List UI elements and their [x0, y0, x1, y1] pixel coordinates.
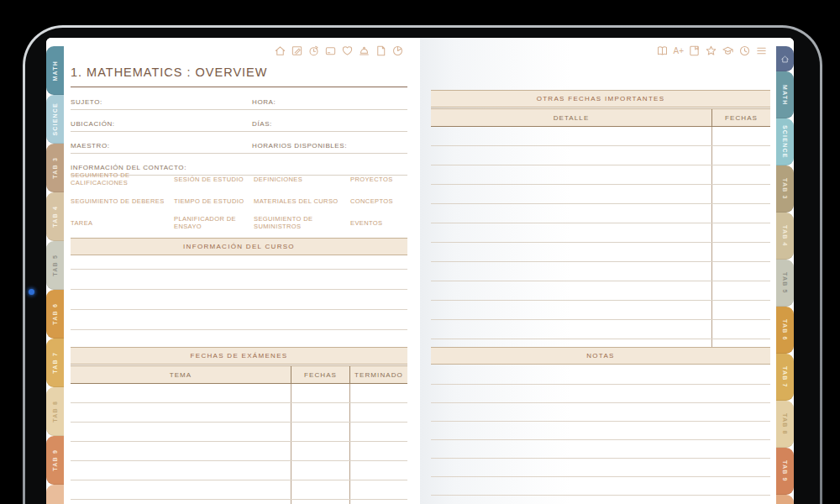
field-subject[interactable]: SUJETO:	[71, 88, 252, 110]
sidebar-tab-9[interactable]: TAB 9	[776, 448, 794, 495]
sidebar-tab-5[interactable]: TAB 5	[46, 241, 64, 290]
link-concepts[interactable]: CONCEPTOS	[350, 190, 407, 212]
link-course-materials[interactable]: MATERIALES DEL CURSO	[254, 190, 350, 212]
note-line	[431, 439, 770, 440]
important-dates-header: OTRAS FECHAS IMPORTANTES	[431, 90, 770, 108]
link-homework-tracking[interactable]: SEGUIMIENTO DE DEBERES	[71, 190, 174, 212]
dates-table-row[interactable]	[431, 127, 770, 146]
course-info-header: INFORMACIÓN DEL CURSO	[71, 238, 407, 255]
list-icon[interactable]	[755, 45, 768, 57]
dates-table-row[interactable]	[431, 185, 770, 204]
exam-table-row[interactable]	[71, 384, 407, 403]
link-grade-tracking[interactable]: SEGUIMIENTO DE CALIFICACIONES	[71, 168, 174, 190]
dates-table-header: DETALLE FECHAS	[431, 108, 770, 127]
sidebar-tab-4[interactable]: TAB 4	[776, 213, 794, 260]
link-definitions[interactable]: DEFINICIONES	[254, 168, 350, 190]
dates-table-row[interactable]	[431, 204, 770, 223]
field-hour[interactable]: HORA:	[252, 88, 407, 110]
course-form: SUJETO: HORA: UBICACIÓN: DÍAS: MAESTRO: …	[71, 88, 407, 176]
card-icon[interactable]	[324, 45, 337, 57]
sidebar-tab-5[interactable]: TAB 5	[776, 260, 794, 307]
sidebar-tab-science[interactable]: SCIENCE	[776, 118, 794, 165]
col-terminado: TERMINADO	[349, 366, 407, 383]
link-task[interactable]: TAREA	[71, 212, 174, 234]
exam-table-header: TEMA FECHAS TERMINADO	[71, 365, 407, 384]
link-study-time[interactable]: TIEMPO DE ESTUDIO	[174, 190, 254, 212]
sidebar-tab-math[interactable]: MATH	[46, 46, 64, 95]
left-tab-strip: MATH SCIENCE TAB 3 TAB 4 TAB 5 TAB 6 TAB…	[46, 46, 64, 504]
front-camera	[29, 289, 34, 295]
dates-table-row[interactable]	[431, 320, 770, 339]
grade-a-plus-icon[interactable]: A+	[673, 45, 684, 57]
sidebar-tab-science[interactable]: SCIENCE	[46, 95, 64, 144]
dates-table-row[interactable]	[431, 146, 770, 165]
toolbar-right: A+	[656, 45, 768, 57]
ruled-line	[71, 309, 407, 310]
link-study-session[interactable]: SESIÓN DE ESTUDIO	[174, 168, 254, 190]
sidebar-tab-7[interactable]: TAB 7	[46, 339, 64, 387]
sidebar-tab-6[interactable]: TAB 6	[776, 307, 794, 354]
exam-dates-header: FECHAS DE EXÁMENES	[71, 347, 407, 365]
dates-table-row[interactable]	[431, 243, 770, 262]
col-fechas: FECHAS	[291, 366, 349, 383]
pie-chart-icon[interactable]	[391, 45, 404, 57]
sidebar-tab-8[interactable]: TAB 8	[776, 401, 794, 448]
field-days[interactable]: DÍAS:	[252, 110, 407, 132]
field-teacher[interactable]: MAESTRO:	[71, 132, 252, 154]
home-icon[interactable]	[274, 45, 286, 57]
clock-icon[interactable]	[738, 45, 751, 57]
sidebar-tab-7[interactable]: TAB 7	[776, 354, 794, 401]
link-supply-tracking[interactable]: SEGUIMIENTO DE SUMINISTROS	[254, 212, 350, 234]
note-line	[431, 384, 770, 385]
exam-table-row[interactable]	[71, 461, 407, 480]
calendar-edit-icon[interactable]	[291, 45, 303, 57]
dates-table-row[interactable]	[431, 301, 770, 320]
sidebar-tab-9[interactable]: TAB 9	[46, 436, 64, 485]
dates-table-row[interactable]	[431, 165, 770, 185]
dates-table-row[interactable]	[431, 262, 770, 281]
exam-dates-table: TEMA FECHAS TERMINADO	[71, 365, 407, 504]
bell-icon[interactable]	[358, 45, 370, 57]
link-projects[interactable]: PROYECTOS	[350, 168, 407, 190]
heart-icon[interactable]	[341, 45, 354, 57]
sidebar-tab-8[interactable]: TAB 8	[46, 387, 64, 436]
home-icon	[780, 55, 790, 64]
exam-table-row[interactable]	[71, 480, 407, 500]
planner-app-screen: 1. MATHEMATICS : OVERVIEW SUJETO: HORA: …	[46, 38, 794, 504]
note-line	[431, 495, 770, 496]
tablet-frame: 1. MATHEMATICS : OVERVIEW SUJETO: HORA: …	[23, 25, 822, 504]
exam-table-row[interactable]	[71, 500, 407, 504]
ruled-line	[71, 269, 407, 270]
graduation-cap-icon[interactable]	[722, 45, 734, 57]
timer-icon[interactable]	[307, 45, 320, 57]
sidebar-tab-math[interactable]: MATH	[776, 71, 794, 118]
bookmark-book-icon[interactable]	[688, 45, 701, 57]
note-line	[431, 421, 770, 422]
right-page: A+ OTRAS FECHAS IMPORTANTES DETALLE FECH…	[420, 38, 794, 504]
open-book-icon[interactable]	[656, 45, 669, 57]
col-tema: TEMA	[71, 366, 291, 383]
exam-table-row[interactable]	[71, 403, 407, 423]
sidebar-tab-3[interactable]: TAB 3	[46, 144, 64, 192]
exam-table-row[interactable]	[71, 423, 407, 442]
link-essay-planner[interactable]: PLANIFICADOR DE ENSAYO	[174, 212, 254, 234]
note-line	[431, 476, 770, 477]
dates-table-row[interactable]	[431, 281, 770, 301]
left-page: 1. MATHEMATICS : OVERVIEW SUJETO: HORA: …	[46, 38, 420, 504]
link-events[interactable]: EVENTOS	[350, 212, 407, 234]
sidebar-tab-10[interactable]	[46, 485, 64, 504]
field-location[interactable]: UBICACIÓN:	[71, 110, 252, 132]
sidebar-tab-home[interactable]	[776, 46, 794, 71]
sidebar-tab-4[interactable]: TAB 4	[46, 192, 64, 241]
col-fechas: FECHAS	[711, 109, 770, 126]
sidebar-tab-10[interactable]	[776, 495, 794, 504]
quick-links: SEGUIMIENTO DE CALIFICACIONES SESIÓN DE …	[71, 168, 407, 234]
dates-table-row[interactable]	[431, 223, 770, 243]
star-icon[interactable]	[705, 45, 717, 57]
field-available-hours[interactable]: HORARIOS DISPONIBLES:	[252, 132, 407, 154]
sidebar-tab-6[interactable]: TAB 6	[46, 290, 64, 339]
sidebar-tab-3[interactable]: TAB 3	[776, 165, 794, 213]
page-icon[interactable]	[375, 45, 387, 57]
important-dates-table: DETALLE FECHAS	[431, 108, 770, 359]
exam-table-row[interactable]	[71, 442, 407, 461]
